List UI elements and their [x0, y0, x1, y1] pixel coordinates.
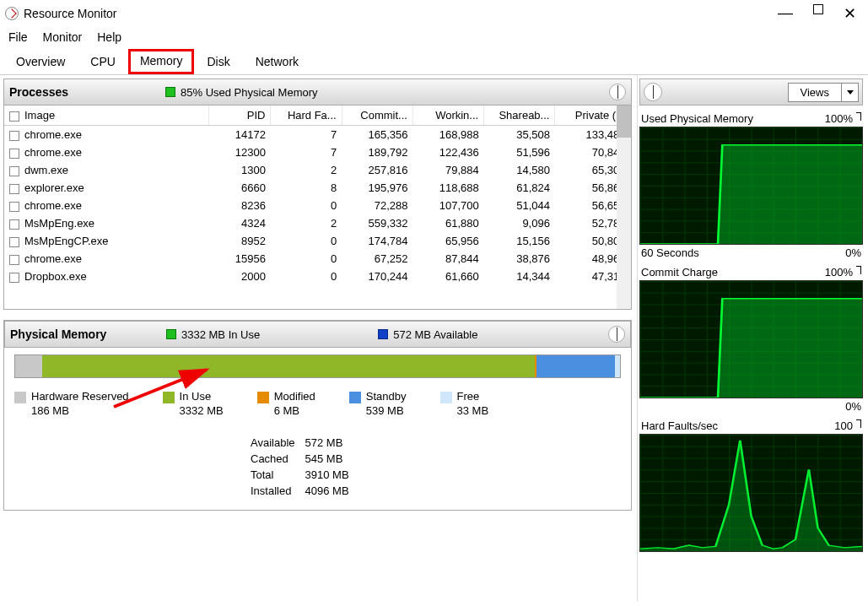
- table-row[interactable]: dwm.exe13002257,81679,88414,58065,304: [4, 161, 631, 179]
- bar-hardware-reserved: [15, 355, 42, 377]
- bar-standby: [536, 355, 615, 377]
- chart-used-xlabel: 60 Seconds: [641, 246, 699, 259]
- memory-legend: Hardware Reserved186 MB In Use3332 MB Mo…: [14, 390, 621, 419]
- available-swatch: [378, 329, 388, 339]
- chart-commit-charge: Commit Charge 100% 0%: [639, 266, 863, 413]
- col-commit[interactable]: Commit...: [342, 106, 412, 126]
- table-row[interactable]: chrome.exe15956067,25287,84438,87648,968: [4, 250, 631, 268]
- physical-memory-title: Physical Memory: [10, 327, 166, 341]
- menubar: File Monitor Help: [0, 27, 868, 49]
- tabbar: Overview CPU Memory Disk Network: [0, 49, 868, 75]
- menu-monitor[interactable]: Monitor: [43, 30, 83, 44]
- col-pid[interactable]: PID: [208, 106, 271, 126]
- menu-file[interactable]: File: [8, 30, 28, 44]
- expand-charts-button[interactable]: [644, 83, 662, 101]
- menu-help[interactable]: Help: [97, 30, 121, 44]
- tab-overview[interactable]: Overview: [3, 49, 78, 74]
- chart-used-physical-memory: Used Physical Memory 100% 60 Seconds 0%: [639, 112, 863, 259]
- app-icon: [5, 7, 19, 20]
- col-image[interactable]: Image: [4, 106, 208, 126]
- minimize-button[interactable]: —: [778, 4, 793, 23]
- maximize-button[interactable]: [813, 4, 823, 14]
- col-working[interactable]: Workin...: [412, 106, 483, 126]
- chart-faults-max: 100: [834, 419, 853, 432]
- table-row[interactable]: explorer.exe66608195,976118,68861,82456,…: [4, 179, 631, 197]
- chart-faults-title: Hard Faults/sec: [641, 419, 718, 432]
- process-scrollbar[interactable]: [617, 106, 631, 309]
- table-row[interactable]: Dropbox.exe20000170,24461,66014,34447,31…: [4, 268, 631, 285]
- col-shareable[interactable]: Shareab...: [484, 106, 555, 126]
- table-row[interactable]: MsMpEngCP.exe89520174,78465,95615,15650,…: [4, 232, 631, 250]
- col-hardfaults[interactable]: Hard Fa...: [271, 106, 342, 126]
- processes-title: Processes: [9, 85, 165, 99]
- collapse-processes-button[interactable]: [609, 84, 626, 100]
- titlebar: Resource Monitor — ✕: [0, 0, 868, 27]
- chart-used-min: 0%: [845, 246, 861, 259]
- close-button[interactable]: ✕: [844, 4, 856, 23]
- chart-commit-min: 0%: [845, 400, 861, 413]
- views-dropdown-button[interactable]: [842, 83, 859, 102]
- inuse-badge: 3332 MB In Use: [181, 328, 260, 341]
- table-row[interactable]: chrome.exe123007189,792122,43651,59670,8…: [4, 143, 631, 161]
- views-button[interactable]: Views: [788, 83, 842, 102]
- process-table: Image PID Hard Fa... Commit... Workin...…: [3, 106, 632, 310]
- window-title: Resource Monitor: [24, 7, 778, 20]
- tab-disk[interactable]: Disk: [194, 49, 242, 74]
- collapse-physmem-button[interactable]: [608, 326, 625, 343]
- tab-cpu[interactable]: CPU: [78, 49, 128, 74]
- memory-usage-swatch: [165, 87, 175, 97]
- available-badge: 572 MB Available: [393, 328, 477, 341]
- bar-free: [615, 355, 620, 377]
- inuse-swatch: [166, 329, 176, 339]
- bar-in-use: [42, 355, 535, 377]
- memory-bar: [14, 354, 621, 378]
- chart-commit-max: 100%: [825, 266, 853, 279]
- charts-header: Views: [639, 78, 863, 106]
- tab-memory[interactable]: Memory: [128, 49, 195, 74]
- chart-used-max: 100%: [825, 112, 853, 125]
- chart-used-title: Used Physical Memory: [641, 112, 753, 125]
- table-row[interactable]: chrome.exe141727165,356168,98835,508133,…: [4, 126, 631, 144]
- processes-status: 85% Used Physical Memory: [181, 86, 318, 99]
- table-row[interactable]: MsMpEng.exe43242559,33261,8809,09652,784: [4, 214, 631, 232]
- table-row[interactable]: chrome.exe8236072,288107,70051,04456,656: [4, 197, 631, 214]
- chart-commit-title: Commit Charge: [641, 266, 718, 279]
- processes-header[interactable]: Processes 85% Used Physical Memory: [3, 78, 632, 106]
- memory-stats: Available572 MB Cached545 MB Total3910 M…: [249, 434, 621, 500]
- tab-network[interactable]: Network: [243, 49, 311, 74]
- physical-memory-header[interactable]: Physical Memory 3332 MB In Use 572 MB Av…: [4, 321, 631, 348]
- chart-hard-faults: Hard Faults/sec 100: [639, 419, 863, 552]
